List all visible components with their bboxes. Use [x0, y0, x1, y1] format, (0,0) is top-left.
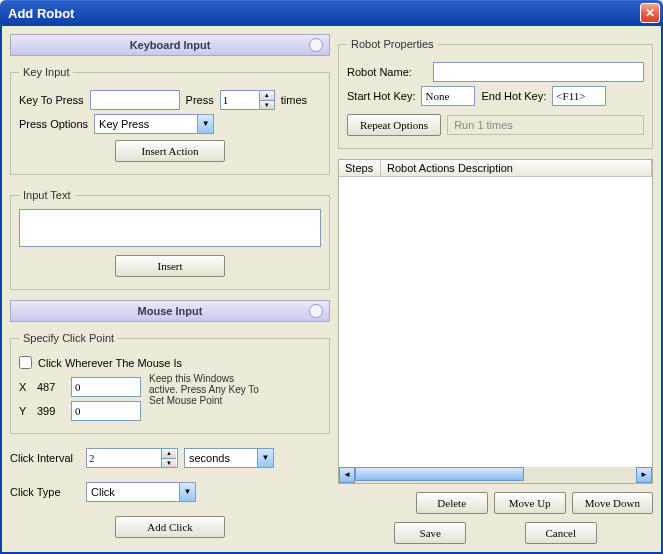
spinner-up-icon[interactable]: ▲ [259, 91, 274, 101]
collapse-icon[interactable] [309, 38, 323, 52]
collapse-icon[interactable] [309, 304, 323, 318]
table-header: Steps Robot Actions Description [339, 160, 652, 177]
end-hotkey-input[interactable] [552, 86, 606, 106]
spinner-down-icon[interactable]: ▼ [161, 459, 176, 468]
move-down-button[interactable]: Move Down [572, 492, 653, 514]
insert-action-button[interactable]: Insert Action [115, 140, 225, 162]
click-type-value: Click [87, 486, 179, 498]
interval-unit-value: seconds [185, 452, 257, 464]
x-display: 487 [37, 381, 65, 393]
key-input-group: Key Input Key To Press Press ▲▼ times Pr… [10, 66, 330, 175]
x-label: X [19, 381, 31, 393]
x-input[interactable] [71, 377, 141, 397]
key-to-press-input[interactable] [90, 90, 180, 110]
spinner-down-icon[interactable]: ▼ [259, 101, 274, 110]
click-interval-label: Click Interval [10, 452, 80, 464]
insert-button[interactable]: Insert [115, 255, 225, 277]
keyboard-panel-header[interactable]: Keyboard Input [10, 34, 330, 56]
mouse-panel-title: Mouse Input [138, 305, 203, 317]
press-options-label: Press Options [19, 118, 88, 130]
input-text-area[interactable] [19, 209, 321, 247]
click-point-legend: Specify Click Point [19, 332, 118, 344]
actions-table: Steps Robot Actions Description ◄ ► [338, 159, 653, 484]
times-label: times [281, 94, 307, 106]
end-hotkey-label: End Hot Key: [481, 90, 546, 102]
col-desc[interactable]: Robot Actions Description [381, 160, 652, 176]
robot-name-input[interactable] [433, 62, 644, 82]
click-type-label: Click Type [10, 486, 80, 498]
wherever-checkbox[interactable] [19, 356, 32, 369]
click-interval-spinner[interactable]: ▲▼ [86, 448, 178, 468]
press-count-spinner[interactable]: ▲▼ [220, 90, 275, 110]
press-options-value: Key Press [95, 118, 197, 130]
col-steps[interactable]: Steps [339, 160, 381, 176]
titlebar: Add Robot ✕ [0, 0, 663, 26]
y-label: Y [19, 405, 31, 417]
click-interval-input[interactable] [87, 449, 161, 467]
start-hotkey-input[interactable] [421, 86, 475, 106]
interval-unit-select[interactable]: seconds ▼ [184, 448, 274, 468]
close-icon[interactable]: ✕ [640, 3, 660, 23]
robot-name-label: Robot Name: [347, 66, 427, 78]
input-text-legend: Input Text [19, 189, 75, 201]
chevron-down-icon[interactable]: ▼ [179, 483, 195, 501]
horizontal-scrollbar[interactable]: ◄ ► [339, 467, 652, 483]
window-title: Add Robot [8, 6, 640, 21]
start-hotkey-label: Start Hot Key: [347, 90, 415, 102]
move-up-button[interactable]: Move Up [494, 492, 566, 514]
cancel-button[interactable]: Cancel [525, 522, 597, 544]
chevron-down-icon[interactable]: ▼ [257, 449, 273, 467]
table-body[interactable] [339, 177, 652, 467]
key-to-press-label: Key To Press [19, 94, 84, 106]
spinner-up-icon[interactable]: ▲ [161, 449, 176, 459]
wherever-label: Click Wherever The Mouse Is [38, 357, 182, 369]
mouse-hint: Keep this Windows active. Press Any Key … [149, 373, 259, 406]
scroll-track[interactable] [355, 467, 636, 483]
dialog-body: Keyboard Input Key Input Key To Press Pr… [0, 26, 663, 554]
robot-properties-group: Robot Properties Robot Name: Start Hot K… [338, 38, 653, 149]
press-options-select[interactable]: Key Press ▼ [94, 114, 214, 134]
repeat-display: Run 1 times [447, 115, 644, 135]
scroll-thumb[interactable] [355, 467, 524, 481]
scroll-left-icon[interactable]: ◄ [339, 467, 355, 483]
y-display: 399 [37, 405, 65, 417]
click-point-group: Specify Click Point Click Wherever The M… [10, 332, 330, 434]
press-label: Press [186, 94, 214, 106]
keyboard-panel-title: Keyboard Input [130, 39, 211, 51]
chevron-down-icon[interactable]: ▼ [197, 115, 213, 133]
input-text-group: Input Text Insert [10, 189, 330, 290]
press-count-input[interactable] [221, 91, 259, 109]
save-button[interactable]: Save [394, 522, 466, 544]
add-click-button[interactable]: Add Click [115, 516, 225, 538]
click-type-select[interactable]: Click ▼ [86, 482, 196, 502]
key-input-legend: Key Input [19, 66, 73, 78]
robot-properties-legend: Robot Properties [347, 38, 438, 50]
scroll-right-icon[interactable]: ► [636, 467, 652, 483]
repeat-options-button[interactable]: Repeat Options [347, 114, 441, 136]
delete-button[interactable]: Delete [416, 492, 488, 514]
mouse-panel-header[interactable]: Mouse Input [10, 300, 330, 322]
y-input[interactable] [71, 401, 141, 421]
